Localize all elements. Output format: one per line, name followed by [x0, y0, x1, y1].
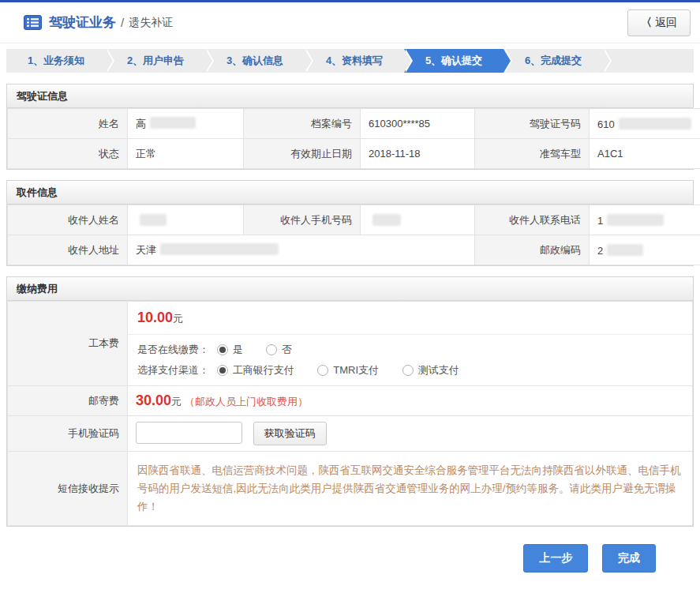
redaction-blur	[140, 214, 167, 226]
online-payment-yes-radio[interactable]: 是	[217, 344, 243, 355]
file-number-value: 610300****85	[361, 109, 475, 139]
list-icon	[24, 15, 42, 30]
payment-table: 工本费 10.00元 是否在线缴费： 是 否 选择支付渠道： 工商银行支付 TM…	[7, 301, 693, 526]
production-fee-label: 工本费	[8, 302, 128, 386]
online-payment-no-radio[interactable]: 否	[266, 344, 292, 355]
vehicle-class-label: 准驾车型	[475, 139, 590, 169]
status-value: 正常	[128, 139, 244, 169]
redaction-blur	[607, 244, 643, 256]
pickup-info-section: 取件信息 收件人姓名 收件人手机号码 收件人联系电话 1 收件人地址 天津 邮政…	[6, 180, 694, 266]
production-fee-unit: 元	[173, 313, 183, 325]
channel-icbc-radio[interactable]: 工商银行支付	[217, 364, 294, 376]
step-2-user-declaration[interactable]: 2、用户申告	[106, 49, 205, 73]
redaction-blur	[607, 214, 664, 226]
name-value: 高	[128, 109, 244, 139]
mail-fee-amount: 30.00	[136, 392, 171, 408]
recipient-name-label: 收件人姓名	[8, 205, 128, 235]
recipient-mobile-value	[361, 205, 475, 235]
back-button-label: 返回	[655, 16, 677, 28]
previous-step-button[interactable]: 上一步	[523, 544, 588, 573]
file-number-label: 档案编号	[244, 109, 361, 139]
table-row: 收件人地址 天津 邮政编码 2	[8, 235, 700, 265]
license-number-label: 驾驶证号码	[475, 109, 590, 139]
get-code-button[interactable]: 获取验证码	[253, 422, 327, 445]
channel-test-radio[interactable]: 测试支付	[402, 364, 459, 376]
page-title: 驾驶证业务	[49, 13, 116, 32]
recipient-phone-label: 收件人联系电话	[475, 205, 590, 235]
recipient-address-value: 天津	[128, 235, 475, 265]
postcode-label: 邮政编码	[475, 235, 590, 265]
verification-code-input[interactable]	[136, 422, 242, 444]
license-section-title: 驾驶证信息	[7, 84, 693, 108]
breadcrumb-current: 遗失补证	[129, 16, 173, 30]
production-fee-amount-line: 10.00元	[137, 310, 683, 326]
license-info-section: 驾驶证信息 姓名 高 档案编号 610300****85 驾驶证号码 610 状…	[6, 84, 694, 170]
channel-icbc-label: 工商银行支付	[233, 364, 294, 376]
verification-code-row: 手机验证码 获取验证码	[8, 416, 693, 452]
sms-tip-text: 因陕西省联通、电信运营商技术问题，陕西省互联网交通安全综合服务管理平台无法向持陕…	[128, 452, 693, 526]
channel-tmri-radio[interactable]: TMRI支付	[317, 364, 379, 376]
step-4-fill-data[interactable]: 4、资料填写	[305, 49, 404, 73]
verification-code-label: 手机验证码	[8, 416, 128, 452]
table-row: 状态 正常 有效期止日期 2018-11-18 准驾车型 A1C1	[8, 139, 700, 169]
radio-unchecked-icon	[402, 365, 414, 376]
payment-section-title: 缴纳费用	[7, 277, 693, 301]
online-payment-label: 是否在线缴费：	[137, 344, 209, 355]
recipient-phone-value: 1	[590, 205, 700, 235]
production-fee-row: 工本费 10.00元 是否在线缴费： 是 否 选择支付渠道： 工商银行支付 TM…	[8, 302, 693, 386]
channel-test-label: 测试支付	[418, 364, 459, 376]
step-5-confirm-submit[interactable]: 5、确认提交	[404, 49, 503, 73]
sms-tip-label: 短信接收提示	[8, 452, 128, 526]
expiry-date-label: 有效期止日期	[244, 139, 361, 169]
divider	[128, 334, 692, 335]
pickup-info-table: 收件人姓名 收件人手机号码 收件人联系电话 1 收件人地址 天津 邮政编码 2	[7, 205, 700, 265]
step-3-confirm-info[interactable]: 3、确认信息	[205, 49, 305, 73]
payment-channel-question: 选择支付渠道： 工商银行支付 TMRI支付 测试支付	[137, 363, 683, 377]
status-label: 状态	[8, 139, 128, 169]
license-number-value: 610	[590, 109, 700, 139]
step-1-business-notice[interactable]: 1、业务须知	[6, 49, 106, 73]
back-button[interactable]: 〈返回	[627, 9, 691, 36]
page-header: 驾驶证业务 / 遗失补证 〈返回	[0, 2, 700, 43]
postcode-value: 2	[590, 235, 700, 265]
table-row: 姓名 高 档案编号 610300****85 驾驶证号码 610	[8, 109, 700, 139]
recipient-mobile-label: 收件人手机号码	[244, 205, 361, 235]
pickup-section-title: 取件信息	[7, 181, 693, 205]
online-no-label: 否	[282, 344, 292, 355]
redaction-blur	[150, 117, 196, 129]
mail-fee-unit: 元	[171, 396, 182, 407]
chevron-left-icon: 〈	[641, 16, 652, 28]
footer-actions: 上一步 完成	[0, 544, 700, 573]
table-row: 收件人姓名 收件人手机号码 收件人联系电话 1	[8, 205, 700, 235]
step-wizard: 1、业务须知 2、用户申告 3、确认信息 4、资料填写 5、确认提交 6、完成提…	[6, 49, 694, 73]
recipient-name-value	[128, 205, 244, 235]
redaction-blur	[160, 243, 279, 255]
radio-checked-icon	[217, 365, 228, 376]
radio-checked-icon	[217, 344, 228, 355]
online-payment-question: 是否在线缴费： 是 否	[137, 343, 683, 357]
mail-fee-note: （邮政人员上门收取费用）	[185, 396, 308, 407]
payment-channel-label: 选择支付渠道：	[137, 364, 209, 376]
step-6-finish-submit[interactable]: 6、完成提交	[503, 49, 603, 73]
online-yes-label: 是	[233, 344, 243, 355]
production-fee-cell: 10.00元 是否在线缴费： 是 否 选择支付渠道： 工商银行支付 TMRI支付…	[128, 302, 693, 386]
radio-unchecked-icon	[266, 344, 277, 355]
mail-fee-label: 邮寄费	[8, 386, 128, 416]
payment-section: 缴纳费用 工本费 10.00元 是否在线缴费： 是 否 选择支付渠道： 工商银行…	[6, 276, 694, 527]
channel-tmri-label: TMRI支付	[333, 364, 379, 376]
production-fee-amount: 10.00	[137, 310, 173, 325]
finish-button[interactable]: 完成	[602, 544, 656, 573]
redaction-blur	[372, 214, 401, 226]
vehicle-class-value: A1C1	[590, 139, 700, 169]
expiry-date-value: 2018-11-18	[361, 139, 475, 169]
radio-unchecked-icon	[317, 365, 328, 376]
mail-fee-row: 邮寄费 30.00元（邮政人员上门收取费用）	[8, 386, 693, 416]
recipient-address-label: 收件人地址	[8, 235, 128, 265]
verification-code-cell: 获取验证码	[128, 416, 693, 452]
breadcrumb-separator: /	[121, 16, 124, 29]
mail-fee-cell: 30.00元（邮政人员上门收取费用）	[128, 386, 693, 416]
sms-tip-row: 短信接收提示 因陕西省联通、电信运营商技术问题，陕西省互联网交通安全综合服务管理…	[8, 452, 693, 526]
step-bar-filler	[603, 49, 694, 73]
redaction-blur	[619, 118, 691, 130]
name-label: 姓名	[8, 109, 128, 139]
